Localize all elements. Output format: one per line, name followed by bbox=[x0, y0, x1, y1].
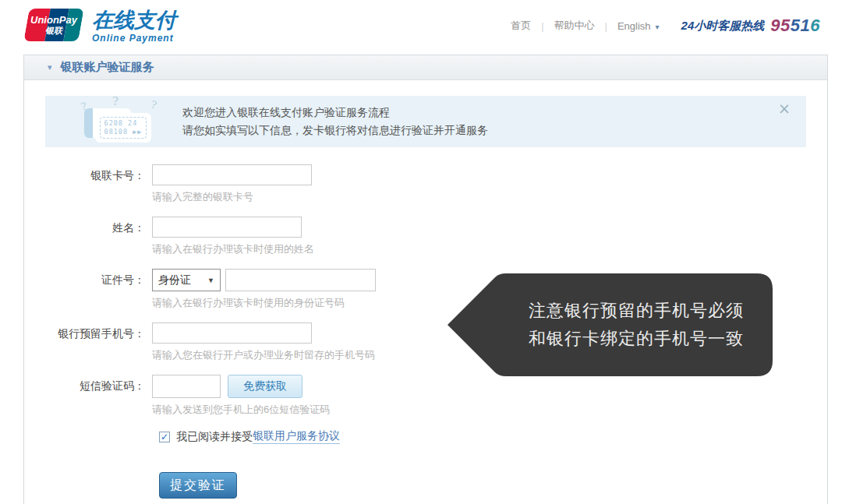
page-header: UnionPay 银联 在线支付 Online Payment 首页 | 帮助中… bbox=[0, 0, 842, 55]
card-number-input[interactable] bbox=[152, 164, 312, 185]
id-number-input[interactable] bbox=[225, 269, 376, 291]
name-label: 姓名： bbox=[24, 217, 152, 256]
unionpay-card-icon: UnionPay 银联 bbox=[23, 9, 83, 41]
question-mark-icon: ? bbox=[150, 98, 157, 111]
submit-verification-button[interactable]: 提交验证 bbox=[159, 472, 237, 499]
site-title: 在线支付 bbox=[92, 9, 176, 32]
chevron-down-icon: ▼ bbox=[207, 277, 214, 284]
card-number-row: 银联卡号： 请输入完整的银联卡号 bbox=[24, 164, 827, 204]
agree-checkbox[interactable]: ✓ bbox=[159, 432, 170, 442]
welcome-banner: ? ? ? 6208 2408108 ▶▶ 欢迎您进入银联在线支付账户验证服务流… bbox=[45, 96, 806, 147]
callout-line2: 和银行卡绑定的手机号一致 bbox=[529, 325, 744, 353]
nav-separator: | bbox=[541, 20, 543, 32]
phone-hint: 请输入您在银行开户或办理业务时留存的手机号码 bbox=[152, 348, 375, 362]
nav-home[interactable]: 首页 bbox=[511, 16, 531, 36]
banner-message: 欢迎您进入银联在线支付账户验证服务流程 请您如实填写以下信息，发卡银行将对信息进… bbox=[182, 104, 488, 139]
logo-card-brand-cn: 银联 bbox=[45, 26, 62, 35]
name-row: 姓名： 请输入在银行办理该卡时使用的姓名 bbox=[24, 217, 827, 256]
top-nav: 首页 | 帮助中心 | English▾ 24小时客服热线 95516 bbox=[511, 16, 820, 36]
callout-text: 注意银行预留的手机号必须 和银行卡绑定的手机号一致 bbox=[501, 270, 771, 379]
card-number-hint: 请输入完整的银联卡号 bbox=[152, 190, 312, 204]
banner-line1: 欢迎您进入银联在线支付账户验证服务流程 bbox=[182, 104, 488, 122]
sms-code-hint: 请输入发送到您手机上的6位短信验证码 bbox=[152, 403, 330, 417]
id-number-label: 证件号： bbox=[24, 269, 152, 310]
card-number-label: 银联卡号： bbox=[24, 164, 152, 204]
hotline-number: 95516 bbox=[770, 16, 820, 36]
sms-code-row: 短信验证码： 免费获取 请输入发送到您手机上的6位短信验证码 bbox=[24, 375, 827, 417]
nav-language[interactable]: English▾ bbox=[617, 17, 660, 35]
callout-line1: 注意银行预留的手机号必须 bbox=[529, 297, 744, 325]
panel-title: 银联账户验证服务 bbox=[61, 60, 154, 75]
sms-code-input[interactable] bbox=[152, 375, 221, 398]
phone-label: 银行预留手机号： bbox=[24, 322, 152, 362]
logo-card-brand: UnionPay bbox=[30, 15, 77, 26]
chevron-down-icon: ▾ bbox=[656, 23, 660, 31]
name-hint: 请输入在银行办理该卡时使用的姓名 bbox=[152, 242, 314, 256]
phone-notice-callout: 注意银行预留的手机号必须 和银行卡绑定的手机号一致 bbox=[445, 270, 776, 379]
id-type-select[interactable]: 身份证 ▼ bbox=[152, 269, 221, 291]
nav-separator: | bbox=[605, 20, 607, 32]
bank-card-icon: ? ? ? 6208 2408108 ▶▶ bbox=[80, 99, 157, 144]
close-icon[interactable]: × bbox=[778, 101, 791, 116]
hotline-label: 24小时客服热线 bbox=[681, 19, 765, 33]
get-sms-code-button[interactable]: 免费获取 bbox=[228, 375, 302, 398]
name-input[interactable] bbox=[152, 217, 302, 238]
site-subtitle: Online Payment bbox=[92, 33, 176, 44]
sms-code-label: 短信验证码： bbox=[24, 375, 152, 417]
question-mark-icon: ? bbox=[112, 94, 119, 108]
service-agreement-link[interactable]: 银联用户服务协议 bbox=[253, 429, 340, 444]
agreement-row: ✓ 我已阅读并接受 银联用户服务协议 bbox=[159, 429, 827, 444]
unionpay-logo[interactable]: UnionPay 银联 在线支付 Online Payment bbox=[22, 9, 176, 44]
banner-line2: 请您如实填写以下信息，发卡银行将对信息进行验证并开通服务 bbox=[182, 122, 488, 139]
nav-help-center[interactable]: 帮助中心 bbox=[554, 16, 595, 36]
id-number-hint: 请输入在银行办理该卡时使用的身份证号码 bbox=[152, 296, 376, 310]
id-type-value: 身份证 bbox=[158, 273, 191, 287]
collapse-caret-icon[interactable]: ▾ bbox=[48, 62, 52, 72]
agree-text: 我已阅读并接受 bbox=[176, 430, 253, 444]
phone-input[interactable] bbox=[152, 322, 312, 344]
panel-header: ▾ 银联账户验证服务 bbox=[24, 55, 827, 80]
